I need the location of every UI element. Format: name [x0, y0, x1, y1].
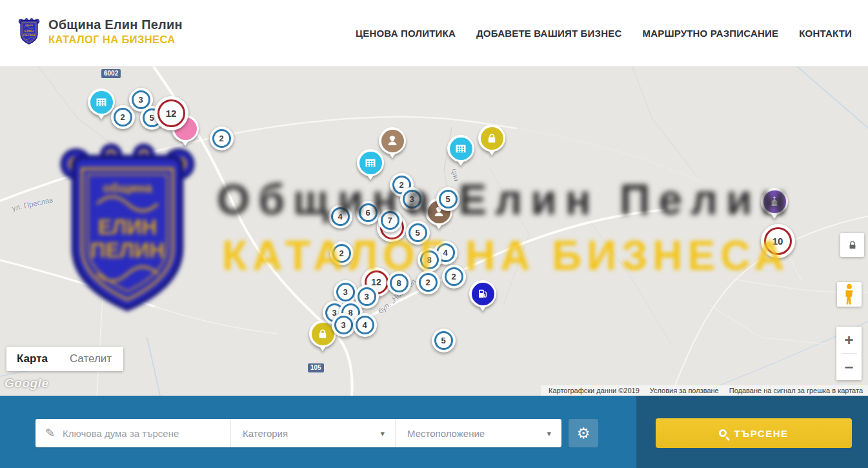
factory-pin[interactable] — [357, 149, 384, 176]
crest-name-line2: ПЕЛИН — [23, 33, 35, 37]
main-nav: ЦЕНОВА ПОЛИТИКА ДОБАВЕТЕ ВАШИЯТ БИЗНЕС М… — [356, 0, 852, 66]
chevron-down-icon: ▾ — [547, 429, 551, 438]
keyword-input[interactable] — [63, 428, 230, 439]
pegman-button[interactable] — [837, 282, 862, 307]
brand-text: Община Елин Пелин КАТАЛОГ НА БИЗНЕСА — [48, 17, 183, 46]
search-fields: ✎ Категория ▾ Местоположение ▾ — [35, 419, 561, 447]
nav-add-your-business[interactable]: ДОБАВЕТЕ ВАШИЯТ БИЗНЕС — [476, 28, 621, 39]
marker-cluster-5[interactable]: 5 — [432, 329, 456, 352]
zoom-out-button[interactable]: − — [836, 354, 862, 380]
marker-cluster-8[interactable]: 8 — [418, 248, 441, 272]
nav-contacts[interactable]: КОНТАКТИ — [799, 28, 852, 39]
crest-top-word: община — [25, 24, 33, 26]
marker-cluster-3[interactable]: 3 — [334, 280, 358, 304]
street-view-lock-button[interactable] — [840, 233, 864, 257]
marker-cluster-7[interactable]: 7 — [378, 209, 402, 232]
marker-cluster-4[interactable]: 4 — [328, 205, 352, 229]
map-type-satellite-button[interactable]: Сателит — [58, 347, 123, 371]
page: община ЕЛИН ПЕЛИН Община Елин Пелин КАТА… — [0, 0, 868, 468]
marker-cluster-2[interactable]: 2 — [442, 265, 466, 289]
header: община ЕЛИН ПЕЛИН Община Елин Пелин КАТА… — [0, 0, 868, 66]
bag-pin[interactable] — [478, 125, 505, 152]
marker-cluster-2[interactable]: 2 — [330, 241, 354, 265]
attribution-terms-link[interactable]: Условия за ползване — [650, 387, 719, 394]
search-button-label: ТЪРСЕНЕ — [734, 428, 788, 439]
site-subtitle: КАТАЛОГ НА БИЗНЕСА — [48, 34, 183, 46]
search-button[interactable]: ТЪРСЕНЕ — [656, 418, 852, 448]
search-panel-right: ТЪРСЕНЕ — [636, 396, 868, 468]
factory-pin[interactable] — [447, 135, 474, 162]
keyword-field[interactable]: ✎ — [35, 419, 231, 447]
zoom-in-button[interactable]: + — [836, 327, 862, 353]
zoom-control: + − — [836, 327, 862, 380]
marker-cluster-6[interactable]: 6 — [356, 201, 380, 225]
advanced-settings-button[interactable]: ⚙ — [569, 419, 598, 447]
map-canvas[interactable]: 6002105ул. Преславбул. „Новоселции 23512… — [0, 66, 868, 396]
map-type-control: Карта Сателит — [6, 347, 123, 371]
location-value: Местоположение — [407, 428, 485, 439]
marker-cluster-2[interactable]: 2 — [111, 105, 135, 129]
map-attribution: Картографски данни ©2019 Условия за полз… — [541, 385, 868, 396]
municipality-crest-logo: община ЕЛИН ПЕЛИН — [18, 17, 40, 46]
gear-icon: ⚙ — [577, 426, 590, 441]
search-panel-left: ✎ Категория ▾ Местоположение ▾ ⚙ — [0, 396, 636, 468]
marker-cluster-10[interactable]: 10 — [761, 224, 795, 258]
map-type-map-button[interactable]: Карта — [6, 347, 58, 371]
nav-route-schedule[interactable]: МАРШРУТНО РАЗПИСАНИЕ — [642, 28, 778, 39]
street-name-label: ул. Преслав — [11, 196, 54, 212]
crest-name-line1: ЕЛИН — [25, 29, 34, 33]
site-title: Община Елин Пелин — [48, 17, 183, 32]
fuel-pin[interactable] — [469, 280, 496, 307]
search-icon — [719, 429, 727, 437]
marker-cluster-5[interactable]: 5 — [436, 187, 460, 211]
marker-cluster-4[interactable]: 4 — [353, 313, 377, 337]
category-value: Категория — [243, 428, 288, 439]
marker-cluster-3[interactable]: 3 — [400, 187, 424, 211]
attribution-report-link[interactable]: Подаване на сигнал за грешка в картата — [729, 387, 863, 394]
brand[interactable]: община ЕЛИН ПЕЛИН Община Елин Пелин КАТА… — [18, 17, 183, 46]
lock-icon — [847, 240, 858, 250]
location-select[interactable]: Местоположение ▾ — [396, 419, 561, 447]
church-pin[interactable] — [761, 188, 788, 215]
road-number-badge: 6002 — [101, 69, 121, 78]
attribution-copyright: Картографски данни ©2019 — [549, 387, 640, 394]
marker-cluster-2[interactable]: 2 — [210, 127, 234, 150]
marker-cluster-12[interactable]: 12 — [154, 96, 188, 130]
marker-cluster-3[interactable]: 3 — [332, 313, 356, 337]
marker-cluster-5[interactable]: 5 — [406, 221, 430, 245]
factory-pin[interactable] — [88, 88, 115, 116]
google-logo[interactable]: Google — [5, 376, 48, 391]
marker-cluster-8[interactable]: 8 — [387, 271, 411, 295]
search-panel: ✎ Категория ▾ Местоположение ▾ ⚙ ТЪРСЕНЕ — [0, 396, 868, 468]
marker-cluster-2[interactable]: 2 — [416, 270, 440, 294]
chevron-down-icon: ▾ — [380, 429, 385, 438]
category-select[interactable]: Категория ▾ — [231, 419, 396, 447]
road-number-badge: 105 — [308, 363, 324, 372]
worker-pin[interactable] — [379, 127, 406, 154]
pegman-icon — [843, 283, 856, 305]
nav-pricing-policy[interactable]: ЦЕНОВА ПОЛИТИКА — [356, 28, 456, 39]
pencil-icon: ✎ — [45, 426, 55, 440]
